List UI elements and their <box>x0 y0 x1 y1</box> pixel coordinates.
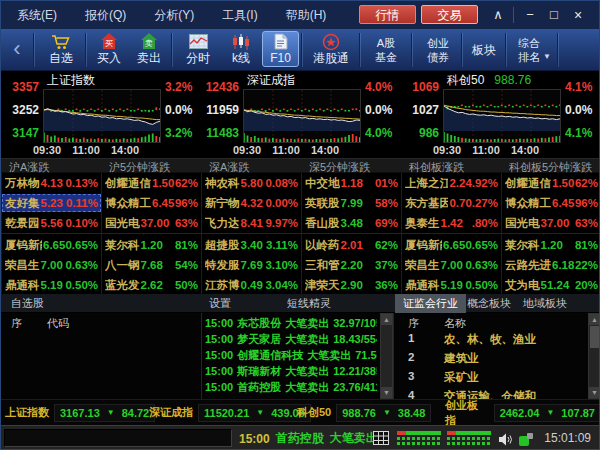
tab-concept[interactable]: 概念板块 <box>459 294 519 313</box>
menu-item-1[interactable]: 报价(Q) <box>71 7 140 24</box>
quote-button[interactable]: 行情 <box>359 5 416 24</box>
alert-row[interactable]: 15:00斯瑞新材大笔卖出12.21/385 <box>205 363 377 379</box>
industry-row[interactable]: 2建筑业 <box>394 351 574 369</box>
stock-row[interactable]: 津荣天2.9036% <box>302 276 401 294</box>
stock-row[interactable]: 三和管2.2037% <box>302 256 401 274</box>
stock-row[interactable]: 奥泰生1.42.80% <box>402 214 501 232</box>
stock-row[interactable]: 上海之江2.24.92% <box>402 174 501 192</box>
divider <box>461 33 462 67</box>
stock-row[interactable]: 荣昌生7.000.63% <box>402 256 501 274</box>
alert-row[interactable]: 15:00东芯股份大笔卖出32.97/1050 <box>205 315 377 331</box>
stock-row[interactable]: 国光电37.0063% <box>502 214 600 232</box>
toolbar-item-rankings[interactable]: 综合 排名 ▼ <box>509 36 549 64</box>
maximize-icon[interactable]: □ <box>543 4 565 26</box>
scroll-up-icon[interactable]: ▲ <box>381 314 392 325</box>
stock-row[interactable]: 创耀通信1.5062% <box>102 174 201 192</box>
industry-seq: 3 <box>408 370 414 382</box>
menu-item-0[interactable]: 系统(E) <box>3 7 71 24</box>
stock-row[interactable]: 神农科5.800.08% <box>202 174 301 192</box>
industry-row[interactable]: 3采矿业 <box>394 370 574 388</box>
status-index-2[interactable]: 科创50988.76▼38.48 <box>297 400 431 425</box>
tab-industry[interactable]: 证监会行业 <box>395 294 466 313</box>
stock-row[interactable]: 博众精工6.4596% <box>502 194 600 212</box>
toolbar-item-astock-fund[interactable]: A股 基金 <box>363 36 409 64</box>
stock-row[interactable]: 鼎通科5.190.50% <box>402 276 501 294</box>
stock-row[interactable]: 中交地1.1801% <box>302 174 401 192</box>
index-chart-group[interactable]: 科创50988.76106910279864.1%0.0%4.1%09:3011… <box>401 71 600 158</box>
stock-row[interactable]: 八一钢7.6854% <box>102 256 201 274</box>
close-icon[interactable]: × <box>567 4 589 26</box>
industry-row[interactable]: 1农、林、牧、渔业 <box>394 332 574 350</box>
keyboard-grid-icon[interactable] <box>373 431 389 449</box>
scrollbar-thumb[interactable] <box>590 326 599 348</box>
toolbar-item-chinext-bond[interactable]: 创业 债券 <box>415 36 461 64</box>
stock-row[interactable]: 蓝光发2.6250% <box>102 276 201 294</box>
command-input[interactable] <box>4 429 232 447</box>
toolbar-item-hk-connect[interactable]: 港股通 <box>305 32 357 66</box>
tab-settings[interactable]: 设置 <box>201 294 239 313</box>
toolbar-item-buy[interactable]: 买 买入 <box>89 32 129 66</box>
stock-price: 7.99 <box>341 197 363 209</box>
industry-name: 采矿业 <box>444 370 479 385</box>
stock-row[interactable]: 东方基因0.70.27% <box>402 194 501 212</box>
stock-price: 37.00 <box>141 217 170 229</box>
stock-row[interactable]: 博众精工6.4596% <box>102 194 201 212</box>
index-chart-group[interactable]: 深证成指1243611959114834.0%0.0%4.0%09:3011:0… <box>201 71 401 158</box>
stock-row[interactable]: 云路先进6.1822% <box>502 256 600 274</box>
status-index-0[interactable]: 上证指数3167.13▼84.72 <box>5 400 155 425</box>
x-axis-label: 11:00 <box>266 144 306 156</box>
stock-row[interactable]: 新宁物4.320.00% <box>202 194 301 212</box>
alert-row[interactable]: 15:00梦天家居大笔卖出18.43/554 <box>205 331 377 347</box>
stock-row[interactable]: 厦钨新能6.650.65% <box>402 236 501 254</box>
stock-row[interactable]: 鼎通科5.190.50% <box>2 276 101 294</box>
alert-row[interactable]: 15:00创耀通信科技大笔卖出71.50/345 <box>205 347 377 363</box>
stock-row[interactable]: 特发服7.693.10% <box>202 256 301 274</box>
stock-row[interactable]: 香山股3.4869% <box>302 214 401 232</box>
trade-button[interactable]: 交易 <box>421 5 478 24</box>
stock-row[interactable]: 英联股7.9958% <box>302 194 401 212</box>
toolbar-item-f10[interactable]: F10 <box>262 31 299 67</box>
collapse-icon[interactable]: ∧ <box>487 4 509 26</box>
stock-row[interactable]: 乾景园5.560.10% <box>2 214 101 232</box>
stock-row[interactable]: 万林物4.130.13% <box>2 174 101 192</box>
scroll-up-icon[interactable]: ▲ <box>589 314 600 325</box>
tab-watchlist[interactable]: 自选股 <box>3 294 52 313</box>
toolbar-item-watchlist[interactable]: 自选 <box>39 32 83 66</box>
tab-alerts[interactable]: 短线精灵 <box>279 294 339 313</box>
speaker-icon[interactable] <box>499 432 513 450</box>
stock-row[interactable]: 江苏博0.493.04% <box>202 276 301 294</box>
stock-row[interactable]: 莱尔科1.2081% <box>102 236 201 254</box>
minimize-icon[interactable]: − <box>519 4 541 26</box>
scrollbar[interactable]: ▲ ▼ <box>588 313 600 399</box>
chart-canvas <box>44 90 160 142</box>
toolbar-item-sell[interactable]: 卖 卖出 <box>129 32 169 66</box>
scrollbar[interactable]: ▲ ▼ <box>380 313 393 399</box>
stock-row[interactable]: 国光电37.0063% <box>102 214 201 232</box>
status-index-1[interactable]: 深证成指11520.21▼439.06 <box>149 400 311 425</box>
stock-row[interactable]: 超捷股3.403.11% <box>202 236 301 254</box>
stock-row[interactable]: 友好集5.230.11% <box>2 194 101 212</box>
tab-region[interactable]: 地域板块 <box>515 294 575 313</box>
index-chart-group[interactable]: 上证指数3357325231473.2%0.0%3.2%09:3011:0014… <box>1 71 201 158</box>
menu-item-2[interactable]: 分析(Y) <box>140 7 208 24</box>
stock-row[interactable]: 以岭药2.0162% <box>302 236 401 254</box>
stock-row[interactable]: 创耀通信1.5062% <box>502 174 600 192</box>
alert-row[interactable]: 15:00首药控股大笔卖出23.76/411 <box>205 379 377 395</box>
index-status-bar: 上证指数3167.13▼84.72深证成指11520.21▼439.06科创50… <box>1 399 600 425</box>
stock-row[interactable]: 厦钨新能6.650.65% <box>2 236 101 254</box>
stock-row[interactable]: 艾为电51.2420% <box>502 276 600 294</box>
status-index-3[interactable]: 创业板指2462.04▼107.87 <box>445 400 600 425</box>
menu-item-4[interactable]: 帮助(H) <box>272 7 341 24</box>
scroll-down-icon[interactable]: ▼ <box>589 387 600 398</box>
back-icon[interactable]: ‹ <box>5 37 29 63</box>
toolbar-item-sectors[interactable]: 板块 <box>463 43 505 58</box>
stock-row[interactable]: 荣昌生7.000.63% <box>2 256 101 274</box>
scroll-down-icon[interactable]: ▼ <box>381 387 392 398</box>
stock-name: 上海之江 <box>405 176 448 191</box>
toolbar-item-kline[interactable]: k线 <box>221 32 261 66</box>
stock-row[interactable]: 飞力达8.419.97% <box>202 214 301 232</box>
stock-name: 东方基因 <box>405 196 448 211</box>
stock-row[interactable]: 莱尔科1.2081% <box>502 236 600 254</box>
toolbar-item-intraday[interactable]: 分时 <box>177 32 219 66</box>
menu-item-3[interactable]: 工具(I) <box>208 7 271 24</box>
